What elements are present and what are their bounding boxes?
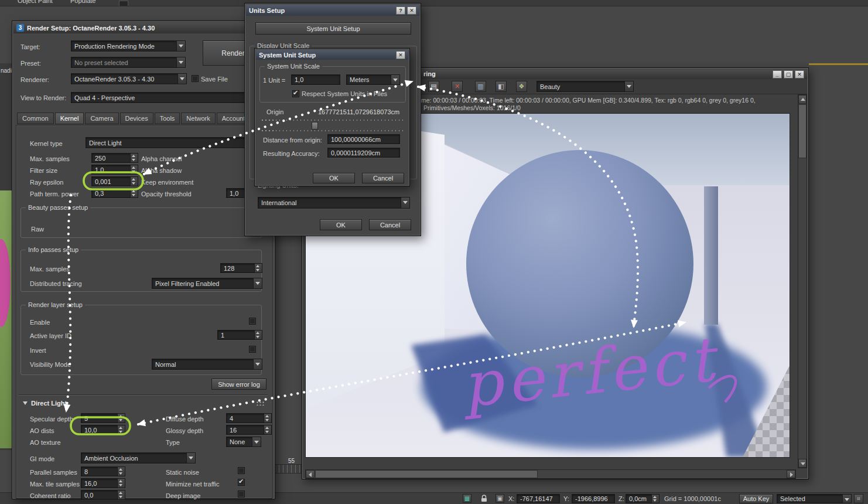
units-ok-button[interactable]: OK [320, 219, 362, 230]
filter-size-spinner[interactable]: 1,0 [91, 165, 138, 175]
rollout-grip[interactable] [256, 401, 265, 406]
clone-buffer-icon[interactable]: ▥ [475, 81, 486, 92]
chevron-down-icon[interactable] [391, 75, 399, 84]
spinner-arrows-icon[interactable] [130, 177, 138, 186]
units-setup-titlebar[interactable]: Units Setup ? ✕ [246, 5, 419, 16]
static-noise-checkbox[interactable] [238, 467, 245, 474]
clear-image-icon[interactable]: ✕ [452, 81, 463, 92]
direct-light-header[interactable]: Direct Light [31, 400, 67, 407]
tab-common[interactable]: Common [17, 113, 54, 124]
chevron-down-icon[interactable] [624, 81, 633, 91]
type-dropdown[interactable]: None [226, 437, 261, 447]
raw-label[interactable]: Raw [31, 226, 44, 233]
spinner-arrows-icon[interactable] [254, 331, 262, 339]
kernel-type-dropdown[interactable]: Direct Light [86, 137, 257, 148]
close-icon[interactable]: ✕ [407, 6, 416, 15]
menubar-icon[interactable] [119, 1, 128, 6]
unit-type-dropdown[interactable]: Meters [346, 74, 400, 85]
tab-tools[interactable]: Tools [155, 113, 180, 124]
active-layer-id-spinner[interactable]: 1 [217, 330, 262, 340]
collapse-arrow-icon[interactable] [23, 401, 28, 405]
max-tile-samples-spinner[interactable]: 16,0 [81, 478, 125, 488]
maximize-icon[interactable]: ▢ [784, 70, 793, 79]
tab-network[interactable]: Network [181, 113, 215, 124]
scroll-down-icon[interactable] [798, 459, 807, 468]
chevron-down-icon[interactable] [253, 359, 262, 369]
render-setup-titlebar[interactable]: 3 Render Setup: OctaneRender 3.05.3 - 4.… [13, 22, 274, 33]
menu-populate[interactable]: Populate [70, 0, 95, 5]
spinner-arrows-icon[interactable] [130, 189, 138, 197]
horizontal-scroll-thumb[interactable] [315, 470, 538, 478]
selection-lock-icon[interactable] [480, 494, 488, 504]
selection-region-icon[interactable]: ▣ [495, 494, 504, 503]
show-error-log-button[interactable]: Show error log [211, 379, 266, 390]
scroll-left-icon[interactable] [306, 470, 315, 478]
chevron-down-icon[interactable] [252, 437, 261, 447]
info-max-samples-spinner[interactable]: 128 [220, 263, 262, 273]
help-icon[interactable]: ? [396, 6, 405, 15]
diffuse-depth-spinner[interactable]: 4 [226, 413, 272, 423]
z-spinner[interactable] [651, 495, 659, 503]
ao-dists-spinner[interactable]: 10,0 [81, 425, 125, 435]
spinner-arrows-icon[interactable] [117, 479, 125, 488]
spinner-arrows-icon[interactable] [117, 467, 125, 476]
scroll-right-icon[interactable] [787, 470, 795, 478]
specular-depth-spinner[interactable]: 5 [81, 413, 125, 423]
tab-devices[interactable]: Devices [120, 113, 153, 124]
chevron-down-icon[interactable] [186, 453, 195, 463]
coord-x-field[interactable]: -767,16147 [517, 494, 560, 503]
coord-z-field[interactable]: 0,0cm [626, 494, 659, 503]
chevron-down-icon[interactable] [842, 495, 851, 503]
invert-checkbox[interactable] [249, 346, 256, 353]
unit-value-input[interactable]: 1,0 [291, 74, 340, 85]
system-unit-titlebar[interactable]: System Unit Setup ✕ [256, 50, 408, 60]
spinner-arrows-icon[interactable] [264, 425, 271, 434]
lighting-units-dropdown[interactable]: International [258, 197, 410, 209]
glossy-depth-spinner[interactable]: 16 [226, 425, 272, 435]
origin-ruler[interactable] [262, 120, 404, 121]
tab-camera[interactable]: Camera [85, 113, 118, 124]
units-cancel-button[interactable]: Cancel [369, 219, 411, 230]
minimize-icon[interactable]: _ [773, 70, 782, 79]
spinner-arrows-icon[interactable] [130, 165, 138, 174]
vertical-scroll-thumb[interactable] [798, 104, 807, 158]
auto-key-button[interactable]: Auto Key [739, 494, 773, 503]
system-unit-cancel-button[interactable]: Cancel [362, 173, 404, 183]
visibility-mode-dropdown[interactable]: Normal [152, 359, 262, 370]
selected-filter-dropdown[interactable]: Selected [777, 494, 852, 503]
origin-slider-handle[interactable] [312, 122, 318, 130]
chevron-down-icon[interactable] [253, 278, 262, 288]
grid-table-icon[interactable]: ▦ [463, 494, 471, 503]
spinner-arrows-icon[interactable] [117, 414, 125, 423]
spinner-arrows-icon[interactable] [117, 425, 125, 434]
target-dropdown[interactable]: Production Rendering Mode [71, 40, 186, 52]
view-to-render-dropdown[interactable]: Quad 4 - Perspective [71, 92, 262, 103]
close-icon[interactable]: ✕ [396, 51, 405, 59]
spinner-arrows-icon[interactable] [117, 491, 125, 499]
chevron-down-icon[interactable] [401, 197, 409, 208]
preset-dropdown[interactable]: No preset selected [71, 57, 186, 68]
respect-units-checkbox[interactable] [292, 90, 299, 97]
close-icon[interactable]: ✕ [795, 70, 804, 79]
vertical-scrollbar[interactable] [798, 94, 807, 468]
path-term-power-spinner[interactable]: 0,3 [91, 188, 138, 198]
chevron-down-icon[interactable] [176, 57, 185, 67]
timeline-ruler[interactable] [274, 464, 303, 474]
deep-image-checkbox[interactable] [238, 491, 245, 498]
tab-kernel[interactable]: Kernel [55, 113, 84, 124]
parallel-samples-spinner[interactable]: 8 [81, 466, 125, 476]
ray-epsilon-spinner[interactable]: 0,001 [91, 176, 138, 186]
spinner-arrows-icon[interactable] [130, 154, 138, 162]
save-file-checkbox[interactable] [192, 75, 199, 82]
distributed-tracing-dropdown[interactable]: Pixel Filtering Enabled [152, 278, 262, 289]
channel-dropdown[interactable]: Beauty [536, 81, 634, 92]
minimize-net-traffic-checkbox[interactable] [238, 479, 245, 486]
spinner-arrows-icon[interactable] [254, 264, 262, 273]
gi-mode-dropdown[interactable]: Ambient Occlusion [81, 452, 196, 464]
channel-display-icon[interactable]: ◧ [495, 81, 507, 92]
save-image-icon[interactable]: ▤ [428, 81, 439, 92]
chevron-down-icon[interactable] [176, 41, 185, 51]
menu-object-paint[interactable]: Object Paint [18, 0, 53, 5]
spinner-arrows-icon[interactable] [264, 414, 271, 423]
renderer-dropdown[interactable]: OctaneRender 3.05.3 - 4.30 [71, 73, 187, 84]
